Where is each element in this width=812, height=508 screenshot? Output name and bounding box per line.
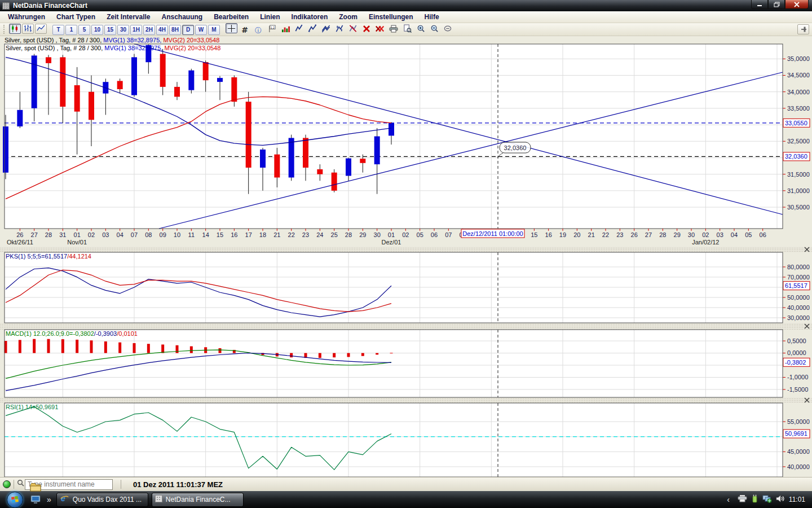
status-datetime: 01 Dez 2011 11:01:37 MEZ [133,480,223,489]
svg-text:02: 02 [88,231,95,238]
zoom-in-icon[interactable] [414,23,427,34]
interval-button-15[interactable]: 15 [104,25,116,35]
folder-icon[interactable] [29,481,42,493]
crosshair-icon[interactable] [226,23,237,33]
price-mark-box: 33,0550 [783,119,810,127]
close-button[interactable] [785,0,809,9]
restore-button[interactable] [768,0,785,9]
menu-item-w-hrungen[interactable]: Währungen [2,12,51,22]
grid-icon[interactable]: # [239,24,251,36]
main-ytick: 31,5000 [787,171,810,178]
svg-text:28: 28 [659,231,666,238]
svg-text:10: 10 [174,231,180,238]
print-icon[interactable] [387,23,400,34]
interval-button-2h[interactable]: 2H [143,25,155,35]
panel-divider[interactable] [0,323,812,330]
taskbar-task-quo-vadis-dax-2011[interactable]: eQuo Vadis Dax 2011 ... [56,493,148,507]
macd-ytick: -1,0000 [787,374,808,380]
display-icon[interactable] [29,493,42,506]
quicklaunch-overflow-chevron[interactable]: » [47,495,51,504]
main-ytick: 34,5000 [787,72,810,78]
app-grid-icon [155,495,162,504]
menu-item-zoom[interactable]: Zoom [333,12,363,22]
rsi-ytick: 40,0000 [787,463,810,470]
svg-text:28: 28 [45,231,52,238]
menu-item-indikatoren[interactable]: Indikatoren [286,12,334,22]
info-label-icon[interactable]: ⓘ [252,25,264,36]
pin-icon[interactable] [797,24,809,34]
pks-plot-area[interactable] [5,252,783,323]
interval-button-1[interactable]: 1 [65,25,77,35]
trendline-extended-icon[interactable] [306,23,319,34]
interval-button-t[interactable]: T [52,25,64,35]
panel-divider[interactable] [0,397,812,403]
zoom-reset-icon[interactable] [442,23,454,34]
main-plot-area[interactable] [5,44,783,229]
printer-tray-icon[interactable] [738,494,747,505]
system-tray: ‹ 11:01 [723,494,812,505]
interval-button-5[interactable]: 5 [78,25,90,35]
svg-text:Nov/01: Nov/01 [67,239,87,246]
crosshair-date-box: Dez/12/2011 01:00:00 [461,229,524,238]
start-button[interactable] [7,492,23,508]
svg-text:02: 02 [702,231,709,238]
interval-button-m[interactable]: M [208,25,220,35]
interval-button-8h[interactable]: 8H [169,25,181,35]
status-bar: 01 Dez 2011 11:01:37 MEZ [0,477,812,491]
minimize-button[interactable] [751,0,768,9]
macd-plot-area[interactable] [5,330,783,397]
interval-button-1h[interactable]: 1H [130,25,142,35]
app-icon [2,2,10,10]
rsi-ytick: 45,0000 [787,448,810,455]
menu-item-einstellungen[interactable]: Einstellungen [363,12,419,22]
svg-text:33,0550: 33,0550 [785,120,807,126]
delete-all-icon[interactable] [374,23,386,34]
svg-text:20: 20 [573,231,580,238]
svg-text:16: 16 [231,231,237,238]
menu-item-chart-typen[interactable]: Chart Typen [51,12,101,22]
print-preview-icon[interactable] [401,23,413,34]
count-label-icon[interactable]: 1,2 [266,23,278,34]
taskbar-task-netdania-financec[interactable]: NetDania FinanceC... [152,493,244,507]
chart-area[interactable]: 32,036035,000034,500034,000033,500032,50… [0,36,812,477]
svg-text:29: 29 [359,231,366,238]
volume-icon[interactable] [279,23,292,34]
svg-text:Dez/12/2011 01:00:00: Dez/12/2011 01:00:00 [462,230,523,237]
trend-channel-icon[interactable] [320,23,332,34]
menu-item-bearbeiten[interactable]: Bearbeiten [208,12,254,22]
trend-fan-icon[interactable] [333,23,346,34]
interval-button-10[interactable]: 10 [91,25,103,35]
ohlc-chart-icon[interactable] [22,24,34,34]
svg-text:08: 08 [145,231,152,238]
power-tray-icon[interactable] [751,494,758,505]
menu-item-anschauung[interactable]: Anschauung [156,12,209,22]
interval-button-w[interactable]: W [195,25,207,35]
interval-button-d[interactable]: D [182,25,194,35]
tray-expand-chevron[interactable]: ‹ [727,495,730,504]
main-ytick: 34,0000 [787,89,810,95]
network-tray-icon[interactable] [762,494,772,505]
delete-icon[interactable] [360,23,373,34]
svg-text:Dez/01: Dez/01 [382,239,401,246]
interval-button-4h[interactable]: 4H [156,25,168,35]
svg-text:24: 24 [316,231,323,238]
internet-explorer-icon[interactable]: e [29,506,42,508]
menu-item-linien[interactable]: Linien [254,12,285,22]
menu-item-zeit-intervalle[interactable]: Zeit Intervalle [101,12,156,22]
svg-text:31: 31 [59,231,66,238]
zoom-out-icon[interactable] [428,23,440,34]
interval-button-30[interactable]: 30 [117,25,129,35]
trendline-icon[interactable] [293,23,305,34]
svg-text:07: 07 [445,231,452,238]
candlestick-chart-icon[interactable] [9,24,21,34]
svg-text:21: 21 [588,231,595,238]
panel-divider[interactable] [0,247,812,252]
remove-line-icon[interactable] [347,23,359,34]
main-ytick: 32,5000 [787,138,810,144]
svg-text:30: 30 [374,231,381,238]
rsi-plot-area[interactable] [5,403,783,477]
svg-text:30: 30 [688,231,695,238]
line-chart-icon[interactable] [35,24,47,34]
speaker-tray-icon[interactable] [776,494,784,505]
menu-item-hilfe[interactable]: Hilfe [419,12,445,22]
